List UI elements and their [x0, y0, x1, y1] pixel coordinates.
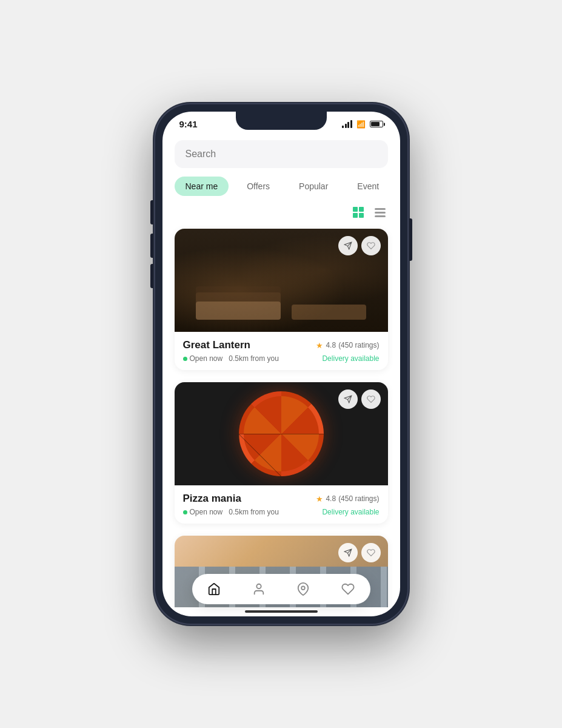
nav-favorites[interactable]: [333, 581, 363, 597]
open-dot-2: [183, 510, 187, 514]
grid-view-button[interactable]: [350, 204, 366, 220]
home-indicator: [245, 610, 318, 613]
filter-tabs: Near me Offers Popular Event Deli...: [175, 177, 388, 196]
svg-point-1: [302, 586, 306, 590]
app-content: Near me Offers Popular Event Deli...: [162, 133, 400, 607]
card-title-row-2: Pizza mania ★ 4.8 (450 ratings): [183, 493, 380, 505]
delivery-label-1: Delivery available: [322, 354, 379, 363]
card-image-great-lantern: [175, 229, 388, 332]
bottom-nav: [192, 574, 370, 604]
share-button-2[interactable]: [338, 389, 358, 409]
restaurant-name-1: Great Lantern: [183, 339, 250, 351]
pizza-lines: [239, 391, 324, 476]
card-title-row-1: Great Lantern ★ 4.8 (450 ratings): [183, 339, 380, 351]
list-view-button[interactable]: [372, 206, 388, 220]
grid-icon: [353, 207, 364, 218]
share-button-3[interactable]: [338, 543, 358, 562]
rating-value-2: 4.8: [326, 494, 336, 503]
search-input[interactable]: [175, 140, 388, 168]
open-dot-1: [183, 357, 187, 361]
pizza-graphic: [239, 391, 324, 476]
restaurant-card-pizza-mania[interactable]: Pizza mania ★ 4.8 (450 ratings) Open now…: [175, 382, 388, 524]
nav-home[interactable]: [199, 581, 229, 597]
rating-value-1: 4.8: [326, 341, 336, 349]
star-icon-2: ★: [316, 494, 323, 504]
card-status-2: Open now 0.5km from you: [183, 508, 279, 516]
delivery-label-2: Delivery available: [322, 508, 379, 516]
rating-count-1: (450 ratings): [338, 341, 379, 349]
search-container: [175, 140, 388, 168]
favorite-button-3[interactable]: [361, 543, 381, 562]
open-status-2: Open now: [190, 508, 223, 516]
favorite-button-1[interactable]: [361, 236, 381, 255]
card-image-pizza-mania: [175, 382, 388, 485]
phone-wrapper: 9:41 📶 Near me: [154, 103, 409, 625]
battery-icon: [370, 121, 383, 127]
wifi-icon: 📶: [356, 120, 366, 129]
card-meta-row-2: Open now 0.5km from you Delivery availab…: [183, 508, 380, 516]
filter-tab-near-me[interactable]: Near me: [175, 177, 229, 196]
view-toggle: [175, 204, 388, 220]
card-rating-2: ★ 4.8 (450 ratings): [316, 494, 379, 504]
filter-tab-event[interactable]: Event: [346, 177, 387, 196]
status-time: 9:41: [179, 119, 198, 129]
restaurant-name-2: Pizza mania: [183, 493, 241, 505]
svg-point-0: [256, 584, 261, 588]
status-icons: 📶: [342, 120, 383, 129]
nav-location[interactable]: [288, 581, 318, 597]
share-button-1[interactable]: [338, 236, 358, 255]
signal-icon: [342, 121, 352, 128]
phone-notch: [236, 112, 327, 130]
favorite-button-2[interactable]: [361, 389, 381, 409]
card-info-great-lantern: Great Lantern ★ 4.8 (450 ratings) Open n…: [175, 332, 388, 370]
distance-1: 0.5km from you: [229, 354, 279, 363]
nav-profile[interactable]: [244, 581, 274, 597]
filter-tab-offers[interactable]: Offers: [236, 177, 281, 196]
distance-2: 0.5km from you: [229, 508, 279, 516]
restaurant-card-great-lantern[interactable]: Great Lantern ★ 4.8 (450 ratings) Open n…: [175, 229, 388, 370]
list-icon: [375, 208, 386, 217]
card-meta-row-1: Open now 0.5km from you Delivery availab…: [183, 354, 380, 363]
filter-tab-popular[interactable]: Popular: [288, 177, 339, 196]
open-status-1: Open now: [190, 354, 223, 363]
rating-count-2: (450 ratings): [338, 494, 379, 503]
card-rating-1: ★ 4.8 (450 ratings): [316, 341, 379, 350]
card-status-1: Open now 0.5km from you: [183, 354, 279, 363]
phone-screen: 9:41 📶 Near me: [162, 112, 400, 616]
star-icon-1: ★: [316, 341, 323, 350]
card-info-pizza-mania: Pizza mania ★ 4.8 (450 ratings) Open now…: [175, 485, 388, 524]
